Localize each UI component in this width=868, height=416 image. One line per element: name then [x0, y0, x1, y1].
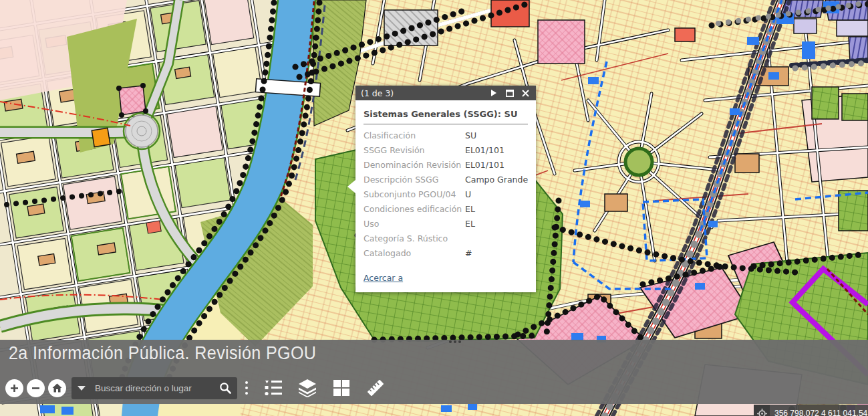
coordinate-readout: 356 798,072 4 611 041,54 — [774, 409, 867, 416]
field-value: # — [465, 246, 472, 261]
layers-icon — [297, 379, 317, 397]
search-more-menu[interactable] — [244, 378, 249, 397]
coordinate-widget: 356 798,072 4 611 041,54 — [754, 405, 868, 416]
field-label: Condiciones edificación — [364, 202, 465, 217]
legend-icon — [264, 379, 283, 397]
field-row: Condiciones edificaciónEL — [364, 202, 528, 217]
field-value: EL01/101 — [465, 143, 504, 158]
field-label: Uso — [364, 217, 465, 231]
attribution-toggle-icon[interactable] — [449, 340, 461, 343]
field-row: SSGG RevisiónEL01/101 — [364, 143, 528, 158]
field-value: EL — [465, 202, 475, 217]
field-row: Subconjunto PGOU/04U — [364, 187, 528, 202]
search-source-dropdown[interactable] — [78, 386, 86, 391]
zoom-out-button[interactable] — [27, 379, 45, 397]
layers-button[interactable] — [297, 378, 317, 398]
plus-icon — [10, 384, 19, 393]
field-row: Categoría S. Rústico — [364, 231, 528, 246]
play-next-icon — [490, 90, 497, 96]
popup-divider — [364, 124, 528, 124]
toolbar-controls — [5, 377, 386, 399]
crosshair-icon[interactable] — [754, 405, 770, 416]
maximize-icon — [506, 90, 514, 97]
search-box — [71, 377, 237, 399]
feature-popup: (1 de 3) Sistemas Generales (SSGG): SU C… — [355, 86, 536, 292]
ruler-icon — [366, 378, 386, 398]
popup-pager: (1 de 3) — [361, 88, 482, 98]
field-value: Campo Grande — [465, 173, 528, 187]
popup-body: Sistemas Generales (SSGG): SU Clasificac… — [355, 100, 536, 292]
minus-icon — [31, 384, 40, 393]
home-icon — [52, 383, 62, 393]
field-label: Denominación Revisión — [364, 158, 465, 173]
field-label: Clasificación — [364, 128, 465, 143]
maximize-button[interactable] — [504, 88, 515, 98]
basemap-gallery-button[interactable] — [331, 378, 351, 398]
search-input[interactable] — [94, 383, 215, 394]
field-row: Descripción SSGGCampo Grande — [364, 173, 528, 187]
search-icon[interactable] — [219, 382, 231, 394]
plaza-circle — [625, 148, 652, 175]
field-label: Descripción SSGG — [364, 173, 465, 187]
popup-pointer — [347, 180, 355, 193]
map-viewer-app: { "popup": { "pager": "(1 de 3)", "title… — [0, 0, 868, 416]
measure-button[interactable] — [366, 378, 386, 398]
zoom-to-link[interactable]: Acercar a — [364, 273, 403, 283]
field-value: EL01/101 — [465, 158, 504, 173]
popup-header: (1 de 3) — [355, 86, 536, 100]
next-feature-button[interactable] — [488, 88, 498, 98]
field-label: SSGG Revisión — [364, 143, 465, 158]
basemap-grid-icon — [333, 379, 350, 397]
field-label: Catalogado — [364, 246, 465, 261]
zoom-in-button[interactable] — [5, 379, 23, 397]
field-value: SU — [465, 128, 476, 143]
legend-button[interactable] — [263, 378, 283, 398]
field-value: EL — [465, 217, 475, 231]
bottom-toolbar: 2a Información Pública. Revisión PGOU — [0, 340, 868, 404]
field-row: Denominación RevisiónEL01/101 — [364, 158, 528, 173]
field-value: U — [465, 187, 471, 202]
app-title: 2a Información Pública. Revisión PGOU — [9, 343, 316, 364]
popup-title: Sistemas Generales (SSGG): SU — [364, 106, 528, 124]
close-button[interactable] — [521, 88, 531, 98]
field-row: ClasificaciónSU — [364, 128, 528, 143]
field-row: UsoEL — [364, 217, 528, 231]
close-icon — [522, 90, 529, 97]
field-label: Categoría S. Rústico — [364, 231, 465, 246]
field-row: Catalogado# — [364, 246, 528, 261]
field-label: Subconjunto PGOU/04 — [364, 187, 465, 202]
home-button[interactable] — [48, 379, 66, 397]
